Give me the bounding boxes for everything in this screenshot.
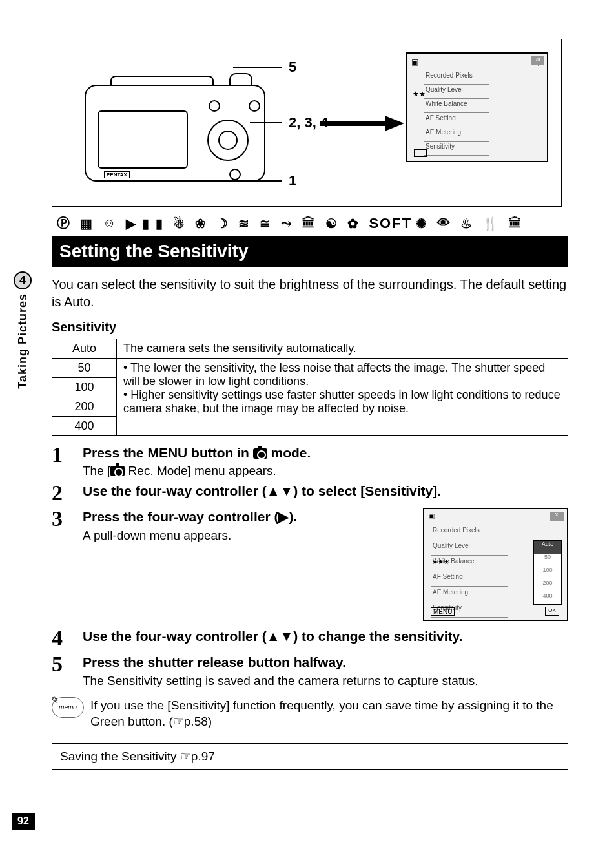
menu-row: White Balance	[424, 99, 489, 113]
step-4: 4 Use the four-way controller (▲▼) to ch…	[52, 627, 568, 649]
step-description: The Sensitivity setting is saved and the…	[83, 674, 568, 688]
menu-row: Recorded Pixels	[431, 525, 508, 540]
step-number: 2	[52, 482, 71, 504]
subheading-sensitivity: Sensitivity	[52, 320, 568, 335]
step-1: 1 Press the MENU button in mode. The [ R…	[52, 444, 568, 478]
battery-icon	[414, 149, 427, 157]
mode-icons-row: Ⓟ ▦ ☺ ▶▮▮ ☃ ❀ ☽ ≋ ≅ ⤳ 🏛 ☯ ✿ SOFT ✺ 👁 ♨ 🍴…	[52, 212, 568, 235]
lcd-preview-2: ▣ Xi Recorded Pixels Quality Level White…	[423, 508, 568, 621]
menu-row: AF Setting	[424, 113, 489, 127]
menu-row: Quality Level	[431, 540, 508, 556]
setup-tab-icon: Xi	[531, 56, 544, 65]
step-number: 4	[52, 627, 71, 649]
sensitivity-dropdown: Auto 50 100 200 400	[533, 540, 562, 605]
mode-food-icon: 🍴	[482, 216, 505, 231]
step-title: Use the four-way controller (▲▼) to chan…	[83, 627, 568, 645]
mode-kid-icon: ☯	[325, 216, 344, 231]
step-title: Use the four-way controller (▲▼) to sele…	[83, 482, 568, 499]
menu-row: AF Setting	[431, 571, 508, 587]
step-number: 5	[52, 653, 71, 687]
callout-5: 5	[289, 59, 296, 76]
quality-stars: ★★★	[432, 558, 449, 565]
mode-fireworks-icon: ✺	[416, 216, 433, 231]
menu-row: Sensitivity	[424, 142, 489, 156]
mode-night-icon: ☽	[216, 216, 234, 231]
table-cell: • The lower the sensitivity, the less no…	[117, 359, 568, 436]
table-cell: 100	[52, 378, 117, 397]
camera-icon: ▣	[411, 58, 418, 67]
mode-sport-icon: ⤳	[281, 216, 298, 231]
mode-self-icon: 👁	[437, 216, 457, 231]
step-description: The [ Rec. Mode] menu appears.	[83, 464, 568, 478]
mode-text-icon: ✿	[347, 216, 365, 231]
mode-picture-icon: ▦	[80, 216, 99, 231]
mode-surf-icon: ≋	[238, 216, 256, 231]
memo-badge-icon: memo	[52, 697, 84, 718]
memo-callout: memo If you use the [Sensitivity] functi…	[52, 697, 568, 730]
chapter-label: Taking Pictures	[16, 293, 30, 389]
callout-1: 1	[289, 173, 296, 189]
table-cell: 400	[52, 417, 117, 436]
table-cell: 200	[52, 397, 117, 417]
camera-illustration: PENTAX	[85, 59, 272, 188]
dropdown-option: 100	[534, 567, 561, 580]
related-link-box: Saving the Sensitivity ☞p.97	[52, 743, 568, 770]
lcd-preview-1: ▣ ▸ Xi Recorded Pixels Quality Level Whi…	[406, 52, 548, 162]
step-number: 1	[52, 444, 71, 478]
menu-row: Recorded Pixels	[424, 70, 489, 85]
dropdown-option: 50	[534, 554, 561, 567]
quality-stars: ★★	[413, 90, 426, 98]
arrow-icon	[320, 117, 404, 130]
brand-label: PENTAX	[104, 171, 130, 178]
side-tab: 4 Taking Pictures	[13, 271, 32, 389]
step-number: 3	[52, 508, 71, 624]
mode-soft-label: SOFT	[369, 215, 412, 232]
step-5: 5 Press the shutter release button halfw…	[52, 653, 568, 687]
table-cell: 50	[52, 359, 117, 378]
camera-icon: ▣	[428, 512, 435, 520]
menu-row: AE Metering	[431, 587, 508, 602]
memo-text: If you use the [Sensitivity] function fr…	[90, 697, 568, 730]
step-2: 2 Use the four-way controller (▲▼) to se…	[52, 482, 568, 504]
page-number: 92	[12, 813, 35, 830]
mode-museum-icon: 🏛	[509, 216, 528, 231]
mode-landscape-icon: ❀	[195, 216, 212, 231]
mode-pet-icon: 🏛	[302, 216, 322, 231]
mode-candle-icon: ♨	[460, 216, 478, 231]
step-3: 3 ▣ Xi Recorded Pixels Quality Level Whi…	[52, 508, 568, 624]
chapter-number-badge: 4	[14, 271, 32, 289]
capture-mode-icon	[110, 466, 125, 476]
step-title: Press the MENU button in mode.	[83, 444, 568, 461]
ok-label: OK	[545, 607, 559, 616]
section-title: Setting the Sensitivity	[52, 236, 568, 267]
mode-movie-icon: ▶▮▮	[126, 216, 169, 231]
steps-list: 1 Press the MENU button in mode. The [ R…	[52, 444, 568, 688]
mode-p-icon: Ⓟ	[57, 215, 76, 232]
mode-portrait-icon: ☺	[103, 216, 122, 231]
camera-diagram-box: PENTAX 5 2, 3, 4 1 ▣ ▸ Xi Recorded Pixel…	[52, 39, 562, 207]
capture-mode-icon	[253, 448, 267, 459]
menu-row: Quality Level	[424, 85, 489, 99]
sensitivity-table: Auto The camera sets the sensitivity aut…	[52, 339, 568, 436]
dropdown-option: 200	[534, 580, 561, 592]
mode-snow-icon: ≅	[260, 216, 277, 231]
mode-voice-icon: ☃	[173, 216, 191, 231]
table-cell: Auto	[52, 339, 117, 359]
step-title: Press the shutter release button halfway…	[83, 653, 568, 671]
dropdown-option: Auto	[534, 541, 561, 554]
intro-paragraph: You can select the sensitivity to suit t…	[52, 276, 568, 311]
menu-row: AE Metering	[424, 127, 489, 142]
setup-tab-icon: Xi	[550, 512, 564, 521]
dropdown-option: 400	[534, 592, 561, 605]
table-cell: The camera sets the sensitivity automati…	[117, 339, 568, 359]
menu-label: MENU	[431, 607, 455, 616]
